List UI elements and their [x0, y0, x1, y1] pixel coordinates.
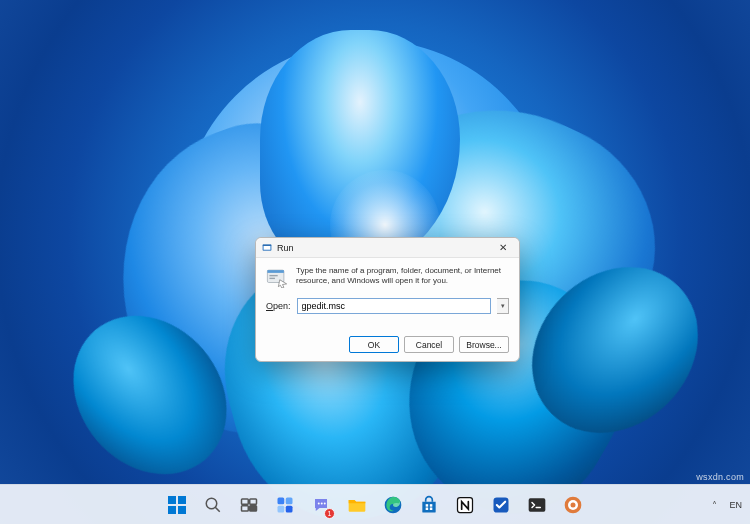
- svg-line-12: [215, 507, 220, 512]
- svg-point-22: [321, 502, 323, 504]
- task-view-button[interactable]: [234, 490, 264, 520]
- svg-rect-20: [286, 505, 293, 512]
- svg-rect-15: [242, 505, 249, 510]
- desktop: wsxdn.com Run ✕ Type the name of a progr…: [0, 0, 750, 524]
- run-program-icon: [266, 266, 288, 288]
- svg-rect-2: [263, 244, 271, 245]
- svg-rect-28: [430, 507, 433, 510]
- file-explorer-button[interactable]: [342, 490, 372, 520]
- svg-rect-10: [178, 506, 186, 514]
- open-dropdown-button[interactable]: ▾: [497, 298, 509, 314]
- svg-rect-16: [250, 505, 257, 510]
- cancel-button[interactable]: Cancel: [404, 336, 454, 353]
- todo-icon: [491, 495, 511, 515]
- taskbar-center: 1: [162, 490, 588, 520]
- system-tray[interactable]: ˄ EN: [707, 485, 742, 524]
- run-titlebar-icon: [262, 243, 272, 253]
- titlebar-title: Run: [277, 243, 294, 253]
- edge-icon: [383, 495, 403, 515]
- svg-rect-1: [264, 245, 271, 249]
- open-label: Open:: [266, 301, 291, 311]
- svg-rect-26: [430, 504, 433, 507]
- svg-rect-27: [426, 507, 429, 510]
- svg-rect-19: [278, 505, 285, 512]
- titlebar[interactable]: Run ✕: [256, 238, 519, 258]
- browse-button[interactable]: Browse...: [459, 336, 509, 353]
- app-notion-button[interactable]: [450, 490, 480, 520]
- svg-point-21: [318, 502, 320, 504]
- open-input[interactable]: [297, 298, 491, 314]
- tray-chevron-up-icon[interactable]: ˄: [707, 498, 721, 512]
- close-button[interactable]: ✕: [490, 240, 516, 256]
- svg-rect-6: [269, 278, 275, 279]
- start-icon: [167, 495, 187, 515]
- run-dialog: Run ✕ Type the name of a program, folder…: [255, 237, 520, 362]
- app-game-button[interactable]: [558, 490, 588, 520]
- svg-rect-13: [242, 499, 249, 504]
- svg-rect-31: [529, 498, 546, 511]
- svg-rect-5: [269, 275, 277, 276]
- chevron-down-icon: ▾: [501, 302, 505, 310]
- svg-point-23: [324, 502, 326, 504]
- app-terminal-button[interactable]: [522, 490, 552, 520]
- taskbar: 1 ˄ EN: [0, 484, 750, 524]
- chat-button[interactable]: 1: [306, 490, 336, 520]
- language-indicator[interactable]: EN: [729, 500, 742, 510]
- close-icon: ✕: [499, 243, 507, 253]
- svg-rect-18: [286, 497, 293, 504]
- store-icon: [419, 495, 439, 515]
- start-button[interactable]: [162, 490, 192, 520]
- game-icon: [563, 495, 583, 515]
- watermark-text: wsxdn.com: [696, 472, 744, 482]
- svg-point-35: [571, 502, 576, 507]
- svg-rect-17: [278, 497, 285, 504]
- explorer-icon: [347, 495, 367, 515]
- edge-button[interactable]: [378, 490, 408, 520]
- dialog-body: Type the name of a program, folder, docu…: [256, 258, 519, 330]
- dialog-description: Type the name of a program, folder, docu…: [296, 266, 509, 287]
- svg-rect-4: [267, 270, 284, 273]
- svg-rect-14: [250, 499, 257, 504]
- svg-rect-25: [426, 504, 429, 507]
- search-button[interactable]: [198, 490, 228, 520]
- ok-button[interactable]: OK: [349, 336, 399, 353]
- svg-rect-8: [178, 496, 186, 504]
- widgets-button[interactable]: [270, 490, 300, 520]
- svg-point-11: [206, 498, 217, 509]
- dialog-button-row: OK Cancel Browse...: [256, 330, 519, 361]
- widgets-icon: [276, 496, 294, 514]
- store-button[interactable]: [414, 490, 444, 520]
- svg-rect-7: [168, 496, 176, 504]
- notion-icon: [455, 495, 475, 515]
- terminal-icon: [527, 495, 547, 515]
- svg-rect-9: [168, 506, 176, 514]
- task-view-icon: [240, 496, 258, 514]
- chat-badge: 1: [324, 508, 335, 519]
- app-todo-button[interactable]: [486, 490, 516, 520]
- search-icon: [204, 496, 222, 514]
